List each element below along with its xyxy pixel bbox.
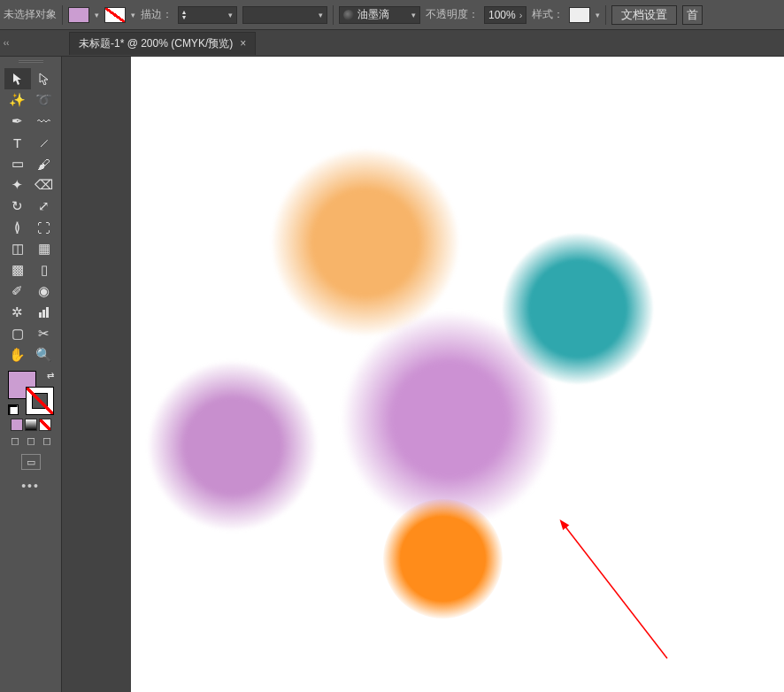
- pasteboard-gutter: [62, 57, 131, 692]
- column-graph-tool[interactable]: [31, 302, 58, 323]
- blend-tool[interactable]: ◉: [31, 281, 58, 302]
- default-fill-stroke-icon[interactable]: [8, 404, 19, 415]
- no-selection-label: 未选择对象: [4, 7, 57, 22]
- swap-fill-stroke-icon[interactable]: ⇄: [47, 371, 54, 381]
- mesh-tool[interactable]: ▩: [4, 259, 31, 281]
- stroke-label: 描边：: [141, 7, 173, 22]
- pen-tool[interactable]: ✒: [4, 111, 31, 132]
- shape-builder-tool[interactable]: ◫: [4, 238, 31, 259]
- line-segment-tool[interactable]: ⟋: [31, 132, 58, 153]
- toolbox: ✨ ➰ ✒ 〰 T ⟋ ▭ 🖌 ✦ ⌫ ↻ ⤢ ≬ ⛶ ◫ ▦ ▩ ▯ ✐ ◉ …: [0, 57, 62, 692]
- opacity-field[interactable]: 100% ›: [484, 6, 527, 24]
- artboard[interactable]: [131, 57, 784, 692]
- color-mode-row: [11, 419, 51, 431]
- slice-tool[interactable]: ✂: [31, 323, 58, 344]
- draw-normal-icon[interactable]: ◻: [9, 434, 21, 447]
- toolbox-grip[interactable]: [19, 60, 43, 63]
- shaper-tool[interactable]: ✦: [4, 174, 31, 196]
- draw-mode-row: ◻ ◻ ◻: [9, 434, 53, 447]
- rectangle-tool[interactable]: ▭: [4, 153, 31, 174]
- style-label: 样式：: [532, 7, 564, 22]
- stroke-profile-dropdown[interactable]: ▾: [242, 6, 327, 24]
- opacity-value: 100%: [488, 9, 516, 21]
- artboard-tool[interactable]: ▢: [4, 323, 31, 344]
- ink-drop-icon: [343, 10, 354, 20]
- draw-inside-icon[interactable]: ◻: [41, 434, 53, 447]
- close-icon[interactable]: ×: [240, 37, 246, 50]
- free-transform-tool[interactable]: ⛶: [31, 217, 58, 238]
- brush-preset-label: 油墨滴: [357, 7, 389, 22]
- stroke-color-box[interactable]: [26, 387, 54, 415]
- brush-preset-dropdown[interactable]: 油墨滴 ▾: [339, 6, 420, 24]
- stroke-swatch[interactable]: [104, 7, 126, 23]
- perspective-grid-tool[interactable]: ▦: [31, 238, 58, 259]
- document-setup-button[interactable]: 文档设置: [611, 5, 677, 25]
- curvature-tool[interactable]: 〰: [31, 111, 58, 132]
- graphic-style-menu[interactable]: ▾: [596, 11, 600, 19]
- blob-orange-large[interactable]: [273, 150, 458, 335]
- fill-swatch[interactable]: [68, 7, 89, 23]
- workspace: ✨ ➰ ✒ 〰 T ⟋ ▭ 🖌 ✦ ⌫ ↻ ⤢ ≬ ⛶ ◫ ▦ ▩ ▯ ✐ ◉ …: [0, 57, 784, 692]
- selection-tool[interactable]: [4, 68, 31, 89]
- rotate-tool[interactable]: ↻: [4, 196, 31, 217]
- stroke-swatch-menu[interactable]: ▾: [131, 11, 135, 19]
- eraser-tool[interactable]: ⌫: [31, 174, 58, 196]
- blob-purple-large[interactable]: [343, 313, 556, 526]
- magic-wand-tool[interactable]: ✨: [4, 89, 31, 111]
- none-mode[interactable]: [39, 419, 51, 431]
- svg-line-3: [565, 526, 667, 658]
- paintbrush-tool[interactable]: 🖌: [31, 153, 58, 174]
- stroke-weight-dropdown[interactable]: ▴▾ ▾: [178, 6, 237, 24]
- width-tool[interactable]: ≬: [4, 217, 31, 238]
- panel-collapse-toggle[interactable]: ‹‹: [0, 30, 12, 57]
- preferences-button[interactable]: 首: [682, 5, 703, 25]
- direct-selection-tool[interactable]: [31, 68, 58, 89]
- draw-behind-icon[interactable]: ◻: [25, 434, 37, 447]
- solid-color-mode[interactable]: [11, 419, 23, 431]
- document-tab-title: 未标题-1* @ 200% (CMYK/预览): [79, 36, 233, 51]
- type-tool[interactable]: T: [4, 132, 31, 153]
- scale-tool[interactable]: ⤢: [31, 196, 58, 217]
- blob-purple-small[interactable]: [149, 362, 317, 530]
- document-tab[interactable]: 未标题-1* @ 200% (CMYK/预览) ×: [69, 32, 256, 55]
- annotation-arrow: [554, 517, 678, 676]
- control-bar: 未选择对象 ▾ ▾ 描边： ▴▾ ▾ ▾ 油墨滴 ▾ 不透明度： 100% › …: [0, 0, 784, 30]
- symbol-sprayer-tool[interactable]: ✲: [4, 302, 31, 323]
- hand-tool[interactable]: ✋: [4, 344, 31, 365]
- blob-orange-small[interactable]: [383, 499, 503, 619]
- fill-swatch-menu[interactable]: ▾: [95, 11, 99, 19]
- svg-rect-2: [46, 307, 49, 318]
- lasso-tool[interactable]: ➰: [31, 89, 58, 111]
- eyedropper-tool[interactable]: ✐: [4, 281, 31, 302]
- opacity-label: 不透明度：: [426, 7, 479, 22]
- zoom-tool[interactable]: 🔍: [31, 344, 58, 365]
- toolbox-overflow-icon[interactable]: •••: [21, 479, 40, 493]
- fill-stroke-control[interactable]: ⇄: [8, 371, 54, 415]
- graphic-style-swatch[interactable]: [569, 7, 590, 23]
- gradient-mode[interactable]: [25, 419, 37, 431]
- gradient-tool[interactable]: ▯: [31, 259, 58, 281]
- document-tab-strip: ‹‹ 未标题-1* @ 200% (CMYK/预览) ×: [0, 30, 784, 57]
- svg-rect-0: [39, 312, 42, 318]
- svg-rect-1: [42, 310, 45, 318]
- screen-mode-button[interactable]: ▭: [21, 454, 41, 470]
